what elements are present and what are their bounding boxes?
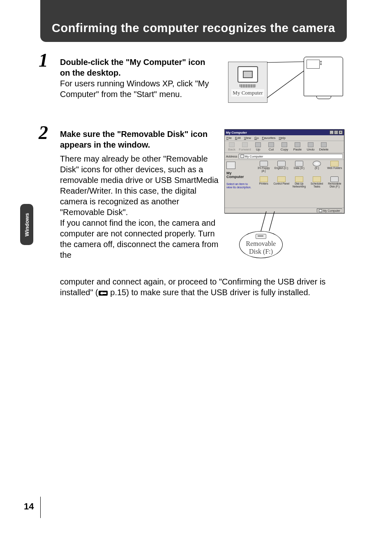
toolbar-copy-label: Copy: [281, 148, 288, 151]
drive-e[interactable]: (E:): [309, 161, 325, 176]
toolbar-back-label: Back: [228, 148, 235, 151]
toolbar-paste-label: Paste: [293, 148, 302, 151]
up-icon: [255, 142, 261, 147]
page-reference-icon: [98, 290, 108, 296]
web-folders[interactable]: Web Folders: [326, 161, 343, 176]
win98-toolbar: Back Forward Up Cut Copy Paste Undo Dele…: [225, 141, 344, 153]
drive-c[interactable]: English (C:): [273, 161, 290, 176]
toolbar-delete[interactable]: Delete: [318, 142, 329, 151]
address-label: Address: [226, 155, 238, 158]
statusbar-chip: My Computer: [317, 208, 342, 213]
address-field[interactable]: My Computer: [239, 154, 343, 159]
control-panel[interactable]: Control Panel: [273, 176, 290, 192]
cd-icon: [313, 161, 321, 167]
paste-icon: [295, 142, 300, 147]
maximize-button[interactable]: □: [334, 130, 338, 134]
left-pane-icon: [226, 162, 235, 169]
illustration-mycomputer-to-desktop: My Computer: [228, 57, 343, 102]
toolbar-paste[interactable]: Paste: [292, 142, 303, 151]
toolbar-undo-label: Undo: [307, 148, 314, 151]
toolbar-delete-label: Delete: [319, 148, 328, 151]
illustration-mycomputer-window: My Computer _ □ × File Edit View Go Favo…: [224, 129, 344, 263]
cut-icon: [268, 142, 274, 147]
back-icon: [229, 142, 235, 147]
removable-disk-icon: [330, 176, 339, 182]
menu-file[interactable]: File: [226, 136, 232, 140]
step-1-number: 1: [39, 49, 48, 71]
my-computer-icon: [238, 66, 258, 83]
title-bar-overhang: [40, 0, 347, 14]
drive-floppy[interactable]: 3½ Floppy (A:): [255, 161, 272, 176]
step-2-para2: If you cannot find the icon, the camera …: [60, 218, 218, 259]
step-2-body: Make sure the "Removable Disk" icon appe…: [60, 129, 221, 260]
callout-line2: Disk (F:): [249, 248, 273, 255]
close-button[interactable]: ×: [339, 130, 343, 134]
toolbar-cut[interactable]: Cut: [266, 142, 277, 151]
minimize-button[interactable]: _: [330, 130, 334, 134]
drive-floppy-label: 3½ Floppy (A:): [255, 167, 272, 172]
folder-icon: [295, 176, 303, 182]
left-pane-sub: Select an item to view its description.: [226, 183, 254, 189]
menu-favorites[interactable]: Favorites: [262, 136, 276, 140]
win98-addressbar: Address My Computer: [225, 153, 344, 160]
menu-edit[interactable]: Edit: [235, 136, 241, 140]
page-title-bar: Confirming the computer recognizes the c…: [40, 14, 347, 42]
step-2-heading: Make sure the "Removable Disk" icon appe…: [60, 130, 208, 149]
desktop-monitor-stand: [316, 96, 331, 99]
win98-window: My Computer _ □ × File Edit View Go Favo…: [224, 129, 344, 213]
svg-line-4: [269, 211, 274, 231]
step-2-para1: There may already be other "Removable Di…: [60, 154, 219, 217]
address-icon: [240, 155, 244, 158]
page-number-rule: [40, 497, 41, 518]
drive-d-label: Data (D:): [294, 167, 304, 170]
toolbar-forward-label: Forward: [239, 148, 251, 151]
removable-disk-f[interactable]: Removable Disk (F:): [326, 176, 343, 192]
step-2-tail-after: p.15) to make sure that the USB driver i…: [108, 288, 310, 297]
side-tab-windows: Windows: [20, 204, 33, 245]
drive-d[interactable]: Data (D:): [291, 161, 307, 176]
win98-drive-grid: 3½ Floppy (A:) English (C:) Data (D:) (E…: [255, 160, 344, 210]
callout-line1: Removable: [246, 240, 276, 248]
step-1-text: For users running Windows XP, click "My …: [60, 79, 209, 99]
statusbar-icon: [319, 209, 322, 212]
zoom-lines: [267, 57, 308, 102]
toolbar-up[interactable]: Up: [253, 142, 263, 151]
undo-icon: [308, 142, 314, 147]
svg-line-0: [267, 62, 304, 62]
svg-line-1: [267, 71, 304, 98]
step-1-body: Double-click the "My Computer" icon on t…: [60, 57, 216, 99]
toolbar-forward[interactable]: Forward: [240, 142, 250, 151]
win98-left-pane: My Computer Select an item to view its d…: [225, 160, 255, 210]
removable-disk-f-label: Removable Disk (F:): [326, 183, 343, 188]
svg-line-3: [261, 211, 266, 231]
dialup-networking[interactable]: Dial-Up Networking: [291, 176, 307, 192]
win98-titlebar: My Computer _ □ ×: [225, 130, 344, 135]
my-computer-icon-base: [240, 84, 256, 88]
hdd-icon: [277, 161, 286, 167]
win98-body: My Computer Select an item to view its d…: [225, 160, 344, 210]
menu-go[interactable]: Go: [254, 136, 259, 140]
desktop-monitor-icon: [304, 57, 343, 96]
step-2-number: 2: [39, 122, 48, 143]
forward-icon: [242, 142, 248, 147]
folder-icon: [277, 176, 286, 182]
toolbar-copy[interactable]: Copy: [279, 142, 290, 151]
hdd-icon: [295, 161, 303, 167]
toolbar-back[interactable]: Back: [226, 142, 237, 151]
menu-help[interactable]: Help: [279, 136, 286, 140]
scheduled-tasks[interactable]: Scheduled Tasks: [309, 176, 325, 192]
callout: Removable Disk (F:): [230, 211, 288, 238]
printers[interactable]: Printers: [255, 176, 272, 192]
my-computer-icon-label: My Computer: [231, 89, 264, 97]
control-panel-label: Control Panel: [273, 183, 289, 185]
page: Confirming the computer recognizes the c…: [0, 0, 392, 553]
step-2-tail: computer and connect again, or proceed t…: [60, 276, 344, 298]
my-computer-icon-box: My Computer: [228, 62, 267, 103]
floppy-icon: [260, 161, 268, 167]
printers-label: Printers: [259, 183, 268, 185]
page-number: 14: [24, 501, 34, 512]
toolbar-undo[interactable]: Undo: [305, 142, 316, 151]
menu-view[interactable]: View: [244, 136, 251, 140]
callout-removable-icon: [256, 234, 266, 239]
folder-icon: [260, 176, 268, 182]
